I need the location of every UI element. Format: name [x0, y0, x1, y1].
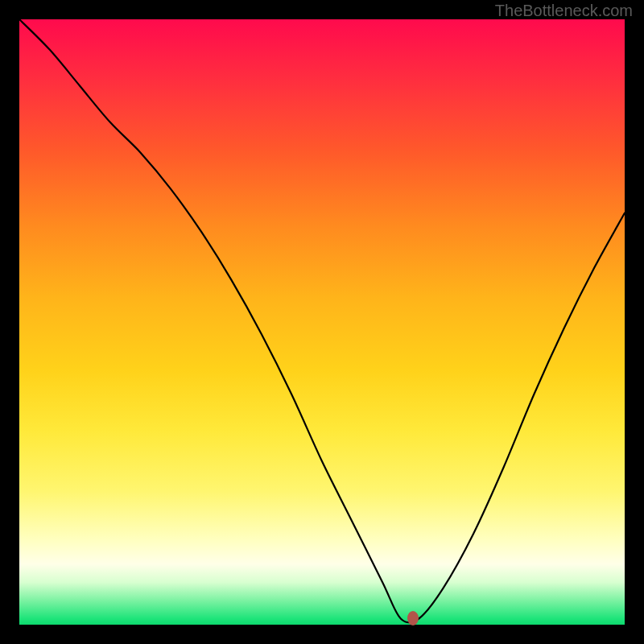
chart-plot-area [19, 19, 625, 625]
optimum-marker [407, 611, 419, 625]
bottleneck-curve [19, 19, 625, 625]
watermark: TheBottleneck.com [495, 2, 633, 20]
